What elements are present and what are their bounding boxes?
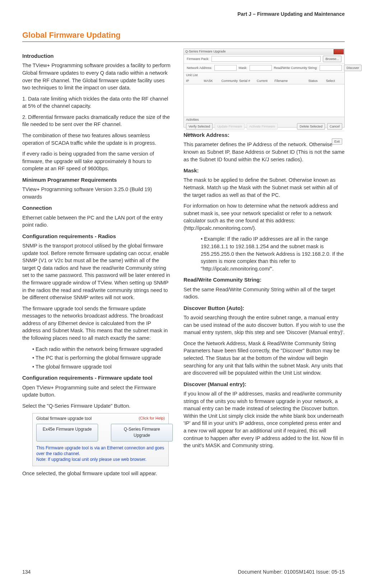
page-number: 134 [22, 569, 31, 576]
qseries-upgrade-button[interactable]: Q-Series Firmware Upgrade [111, 424, 173, 441]
mask-label: Mask: [239, 66, 247, 70]
help-link[interactable]: (Click for Help) [139, 416, 165, 422]
status-label: Status [184, 131, 344, 137]
heading-connection: Connection [22, 204, 171, 212]
global-firmware-tool-dialog: Global firmware upgrade tool (Click for … [32, 413, 169, 466]
running-header: Part J – Firmware Updating and Maintenan… [22, 11, 345, 18]
dialog-title: Global firmware upgrade tool [36, 416, 92, 422]
mask-field[interactable] [250, 65, 272, 71]
body-text: The mask to be applied to define the Sub… [184, 176, 345, 199]
grid-body[interactable] [184, 84, 344, 117]
list-item: • Example: If the radio IP addresses are… [201, 235, 345, 272]
body-text: For information on how to determine what… [184, 202, 345, 232]
section-title: Global Firmware Updating [22, 29, 345, 42]
body-text: The firmware upgrade tool sends the firm… [22, 305, 171, 342]
body-text: Open TView+ Programming suite and select… [22, 384, 171, 399]
network-address-label: Network Address: [187, 66, 212, 70]
window-title: Q-Series Firmware Upgrade [185, 50, 226, 53]
body-text: 2. Differential firmware packs dramatica… [22, 114, 171, 128]
firmware-pack-label: Firmware Pack: [187, 57, 209, 61]
discover-button[interactable]: Discover [344, 65, 362, 71]
dialog-note: This Firmware upgrade tool is via an Eth… [36, 445, 165, 463]
list-item: • Each radio within the network being fi… [32, 346, 171, 353]
body-text: Select the "Q-Series Firmware Update" Bu… [22, 402, 171, 410]
activate-firmware-button[interactable]: Activate Firmware [247, 123, 278, 130]
page-footer: 134 Document Number: 0100SM1401 Issue: 0… [22, 569, 345, 576]
body-text: Once the Network Address, Mask & Read/Wr… [184, 340, 345, 377]
heading-discover-manual: Discover (Manual entry): [184, 380, 345, 388]
heading-introduction: Introduction [22, 52, 171, 60]
unit-list-label: Unit List [184, 73, 344, 78]
document-number: Document Number: 0100SM1401 Issue: 05-15 [238, 569, 345, 576]
verify-button[interactable]: Verify Selected [186, 123, 213, 130]
heading-config-tool: Configuration requirements - Firmware up… [22, 374, 171, 381]
exit-button[interactable]: Exit [332, 138, 342, 145]
cancel-button[interactable]: Cancel [327, 123, 342, 130]
body-text: 1. Data rate limiting which trickles the… [22, 95, 171, 110]
delete-selected-button[interactable]: Delete Selected [297, 123, 325, 130]
heading-mask: Mask: [184, 167, 345, 174]
body-text: To avoid searching through the entire su… [184, 314, 345, 336]
list-item: • The global firmware upgrade tool [32, 363, 171, 371]
body-text: The TView+ Programming software provides… [22, 62, 171, 91]
body-text: TView+ Programming software Version 3.25… [22, 186, 171, 200]
heading-rw-community: Read/Write Community String: [184, 276, 345, 283]
rw-community-field[interactable] [320, 65, 342, 71]
firmware-pack-field[interactable] [212, 56, 321, 62]
left-column: Introduction The TView+ Programming soft… [22, 48, 171, 564]
list-item: • The PC that is performing the global f… [32, 354, 171, 362]
rw-community-label: Read/Write Community String: [274, 66, 317, 70]
browse-button[interactable]: Browse... [323, 56, 342, 62]
bullet-list: • Each radio within the network being fi… [32, 346, 171, 371]
network-address-field[interactable] [214, 65, 237, 71]
body-text: Set the same Read/Write Community String… [184, 286, 345, 301]
update-firmware-button[interactable]: Update Firmware [215, 123, 245, 130]
qseries-upgrade-window: Q-Series Firmware Upgrade Firmware Pack:… [184, 48, 345, 128]
body-text: Ethernet cable between the PC and the LA… [22, 214, 171, 229]
heading-min-requirements: Minimum Programmer Requirements [22, 176, 171, 184]
ex45e-upgrade-button[interactable]: Ex45e Firmware Upgrade [36, 424, 98, 441]
body-text: The combination of these two features al… [22, 132, 171, 147]
body-text: If every radio is being upgraded from th… [22, 150, 171, 172]
grid-header: IP MASK Community Serial # Current Filen… [184, 78, 344, 84]
activities-label: Activities [184, 117, 344, 122]
body-text: If you know all of the IP addresses, mas… [184, 390, 345, 449]
body-text: Once selected, the global firmware updat… [22, 470, 171, 477]
heading-discover-auto: Discover Button (Auto): [184, 304, 345, 312]
heading-config-radios: Configuration requirements - Radios [22, 232, 171, 240]
window-close-button[interactable] [334, 49, 344, 54]
right-column: Q-Series Firmware Upgrade Firmware Pack:… [184, 48, 345, 564]
body-text: SNMP is the transport protocol utilised … [22, 242, 171, 301]
